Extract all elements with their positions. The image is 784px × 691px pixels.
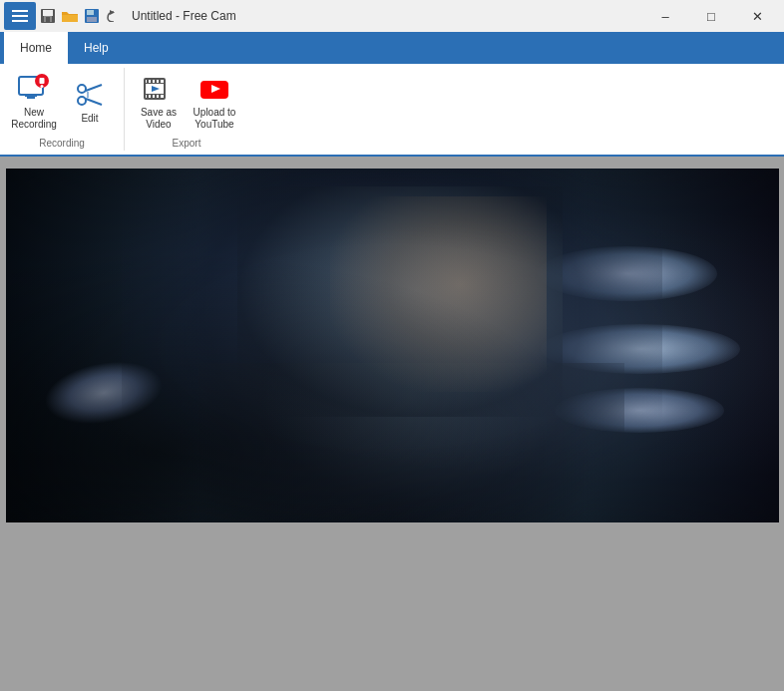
main-content-area — [0, 157, 784, 648]
save-video-icon — [143, 73, 175, 105]
edit-label: Edit — [81, 113, 98, 125]
disk-icon — [85, 9, 99, 23]
svg-rect-12 — [25, 95, 37, 97]
new-recording-button[interactable]: NewRecording — [8, 68, 60, 136]
upload-youtube-button[interactable]: Upload toYouTube — [189, 68, 240, 136]
export-group-label: Export — [173, 136, 201, 151]
svg-marker-10 — [110, 10, 115, 15]
maximize-button[interactable]: □ — [688, 1, 734, 31]
edit-button[interactable]: Edit — [64, 72, 116, 132]
tab-home[interactable]: Home — [4, 32, 68, 64]
qa-disk-button[interactable] — [82, 6, 102, 26]
youtube-label: Upload toYouTube — [194, 107, 236, 131]
qa-save-button[interactable] — [38, 6, 58, 26]
undo-icon — [107, 10, 121, 22]
tab-help[interactable]: Help — [68, 32, 125, 64]
qa-folder-button[interactable] — [60, 6, 80, 26]
window-title: Untitled - Free Cam — [132, 9, 236, 23]
svg-rect-27 — [155, 79, 157, 83]
svg-rect-2 — [12, 20, 28, 22]
video-frame — [6, 169, 779, 522]
svg-rect-13 — [27, 97, 35, 99]
svg-rect-15 — [40, 78, 45, 84]
menu-icon — [12, 10, 28, 22]
svg-rect-6 — [46, 17, 50, 22]
new-recording-icon — [18, 73, 50, 105]
svg-line-20 — [86, 99, 102, 105]
ribbon-bar: NewRecording Edit — [0, 64, 784, 157]
svg-rect-0 — [12, 10, 28, 12]
svg-point-18 — [78, 97, 86, 105]
edit-icon — [74, 79, 106, 111]
app-menu-button[interactable] — [4, 2, 36, 30]
svg-rect-28 — [159, 79, 161, 83]
ribbon-group-recording: NewRecording Edit — [0, 68, 125, 151]
svg-rect-25 — [147, 79, 149, 83]
svg-rect-31 — [155, 95, 157, 99]
quick-access-toolbar — [4, 2, 124, 30]
svg-point-16 — [41, 85, 44, 88]
svg-rect-24 — [145, 94, 165, 95]
save-video-label: Save asVideo — [141, 107, 177, 131]
svg-point-17 — [78, 85, 86, 93]
bottom-gray-area — [0, 648, 784, 691]
save-as-video-button[interactable]: Save asVideo — [133, 68, 185, 136]
minimize-button[interactable]: – — [642, 1, 688, 31]
save-icon — [41, 9, 55, 23]
svg-rect-30 — [151, 95, 153, 99]
ribbon-group-export: Save asVideo Upload toYouTube Export — [125, 68, 248, 151]
youtube-icon — [198, 73, 230, 105]
folder-icon — [62, 10, 78, 22]
svg-rect-9 — [87, 17, 97, 22]
svg-rect-23 — [145, 83, 165, 84]
new-recording-label: NewRecording — [11, 107, 57, 131]
recording-group-label: Recording — [39, 136, 85, 151]
video-player[interactable] — [6, 169, 779, 522]
ribbon-tabs: Home Help — [0, 32, 784, 64]
window-controls: – □ ✕ — [642, 1, 780, 31]
svg-rect-1 — [12, 15, 28, 17]
svg-marker-33 — [152, 86, 160, 92]
title-bar: Untitled - Free Cam – □ ✕ — [0, 0, 784, 32]
qa-undo-button[interactable] — [104, 6, 124, 26]
svg-rect-29 — [147, 95, 149, 99]
svg-rect-26 — [151, 79, 153, 83]
close-button[interactable]: ✕ — [734, 1, 780, 31]
svg-rect-8 — [87, 10, 94, 15]
svg-rect-32 — [159, 95, 161, 99]
svg-rect-4 — [43, 10, 53, 16]
svg-line-19 — [86, 85, 102, 91]
